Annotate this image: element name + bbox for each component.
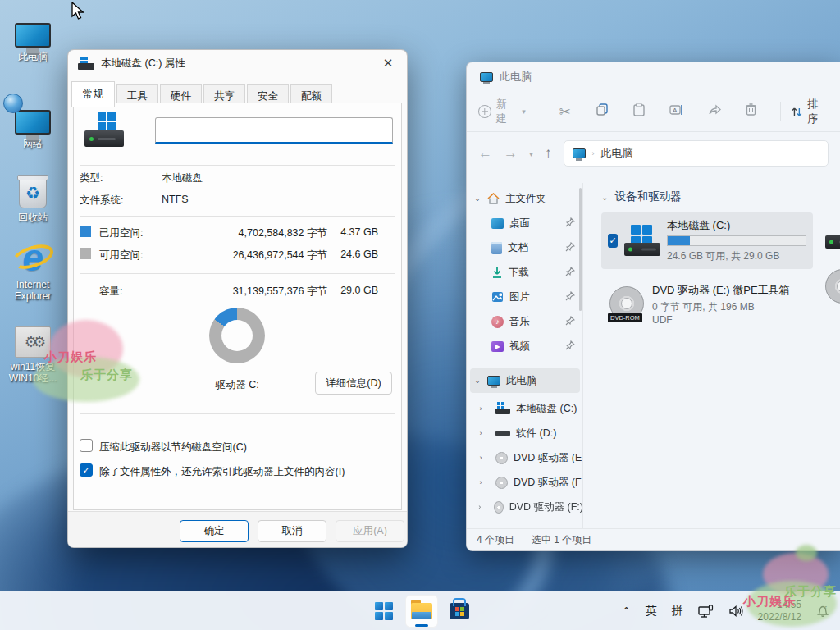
cut-button[interactable]: ✂ (546, 103, 583, 121)
local-disk-icon (624, 225, 660, 258)
dvd-rom-icon: DVD-ROM (608, 286, 646, 322)
explorer-sidebar: ⌄ 主文件夹 桌面 文档 下载 图片 (467, 175, 583, 528)
copy-button[interactable] (583, 103, 620, 121)
speaker-icon (728, 605, 744, 618)
clock[interactable]: 14:55 2022/8/12 (751, 599, 808, 623)
music-icon: ♪ (491, 316, 504, 328)
capacity-gb: 29.0 GB (327, 285, 378, 296)
desktop-folder-icon (491, 218, 504, 229)
desktop-icon-recycle-bin[interactable]: ♻ 回收站 (2, 171, 64, 223)
tab-general[interactable]: 常规 (71, 81, 115, 107)
explorer-content: ⌄ 设备和驱动器 ✓ 本地磁盘 (C:) 24.6 GB 可用, 共 29.0 … (583, 175, 840, 528)
up-button[interactable]: ↑ (545, 145, 552, 162)
type-label: 类型: (80, 171, 103, 185)
pin-icon (565, 291, 575, 301)
scissors-icon: ✂ (559, 104, 570, 120)
taskbar-store-button[interactable] (443, 595, 476, 628)
type-value: 本地磁盘 (162, 171, 203, 185)
section-divider (80, 216, 395, 217)
volume-label-input[interactable] (155, 117, 393, 144)
sidebar-item-dvd-f[interactable]: › DVD 驱动器 (F (467, 470, 583, 495)
paste-button[interactable] (621, 103, 658, 121)
chevron-down-icon: ⌄ (473, 194, 482, 203)
drive-item-dvd-e[interactable]: DVD-ROM DVD 驱动器 (E:) 微PE工具箱 0 字节 可用, 共 1… (601, 277, 813, 331)
share-button[interactable] (696, 103, 733, 121)
address-bar[interactable]: › 此电脑 (564, 140, 829, 167)
sidebar-item-desktop[interactable]: 桌面 (467, 211, 583, 235)
sidebar-item-music[interactable]: ♪ 音乐 (467, 309, 583, 334)
explorer-title-bar[interactable]: 此电脑 (467, 62, 840, 92)
devices-and-drives-header[interactable]: ⌄ 设备和驱动器 (601, 189, 840, 204)
sidebar-item-home[interactable]: ⌄ 主文件夹 (467, 186, 583, 211)
desktop-icon-this-pc[interactable]: 此电脑 (2, 10, 64, 62)
delete-button[interactable] (733, 103, 769, 121)
explorer-body: ⌄ 主文件夹 桌面 文档 下载 图片 (467, 175, 840, 528)
ok-button[interactable]: 确定 (180, 520, 249, 542)
drive-filesystem: UDF (652, 314, 790, 326)
rename-icon: A (669, 103, 684, 116)
back-button[interactable]: ← (478, 145, 492, 162)
sidebar-scrollbar[interactable] (579, 188, 582, 311)
drive-usage-bar (667, 235, 806, 246)
section-divider (80, 273, 395, 274)
pictures-icon (491, 291, 504, 303)
plus-icon (478, 105, 491, 118)
taskbar-file-explorer-button[interactable] (405, 595, 438, 628)
desktop-icon-network[interactable]: 网络 (2, 97, 64, 149)
sidebar-item-pictures[interactable]: 图片 (467, 285, 583, 309)
sort-button-label: 排序 (807, 97, 829, 126)
sidebar-item-documents[interactable]: 文档 (467, 235, 583, 260)
drive-icon-large (84, 112, 134, 152)
forward-button[interactable]: → (504, 145, 518, 162)
file-explorer-window: 此电脑 新建 ▾ ✂ A 排序 ← → ▾ (466, 62, 840, 551)
sidebar-item-dvd-e[interactable]: › DVD 驱动器 (E (467, 445, 583, 470)
documents-folder-icon (491, 242, 502, 254)
dialog-title-bar[interactable]: 本地磁盘 (C:) 属性 (68, 50, 407, 76)
explorer-toolbar: 新建 ▾ ✂ A 排序 (467, 92, 840, 132)
this-pc-icon (15, 23, 51, 48)
sort-button[interactable]: 排序 (791, 97, 829, 126)
desktop-icon-internet-explorer[interactable]: e Internet Explorer (2, 238, 64, 302)
filesystem-label: 文件系统: (80, 194, 123, 208)
sidebar-item-this-pc[interactable]: ⌄ 此电脑 (470, 368, 580, 393)
pin-icon (565, 316, 575, 326)
partial-dvd-icon (824, 269, 840, 305)
dvd-icon (495, 452, 508, 464)
apply-button[interactable]: 应用(A) (336, 520, 404, 542)
volume-tray-button[interactable] (721, 591, 751, 630)
checkbox-checked-icon[interactable]: ✓ (608, 234, 618, 248)
sidebar-item-dvd-partial[interactable]: › DVD 驱动器 (F:) (467, 495, 583, 519)
free-space-bytes: 26,436,972,544 字节 (188, 249, 327, 262)
dvd-icon (494, 501, 504, 514)
index-checkbox[interactable]: ✓ (80, 463, 93, 477)
details-button[interactable]: 详细信息(D) (315, 372, 392, 395)
recent-locations-chevron[interactable]: ▾ (529, 149, 533, 158)
explorer-status-bar: 4 个项目 选中 1 个项目 (467, 528, 840, 550)
new-button[interactable]: 新建 ▾ (478, 97, 526, 126)
close-button[interactable]: ✕ (369, 50, 407, 76)
sidebar-item-videos[interactable]: ▶ 视频 (467, 334, 583, 358)
start-button[interactable] (368, 595, 400, 628)
network-tray-button[interactable] (691, 591, 721, 630)
sidebar-item-downloads[interactable]: 下载 (467, 260, 583, 285)
sidebar-item-local-disk-c[interactable]: › 本地磁盘 (C:) (467, 396, 583, 421)
drive-item-c[interactable]: ✓ 本地磁盘 (C:) 24.6 GB 可用, 共 29.0 GB (601, 212, 813, 269)
compress-checkbox[interactable] (80, 439, 93, 452)
cancel-button[interactable]: 取消 (258, 520, 326, 542)
sidebar-item-disk-d[interactable]: › 软件 (D:) (467, 421, 583, 445)
notification-bell-button[interactable]: z (808, 591, 840, 630)
language-indicator[interactable]: 英 (638, 591, 664, 630)
show-hidden-icons-button[interactable]: ⌃ (615, 591, 638, 630)
pin-icon (565, 267, 575, 276)
trash-icon (745, 103, 757, 116)
drive-name: 本地磁盘 (C:) (667, 218, 806, 233)
desktop-icon-win11-restore[interactable]: ⚙⚙ win11恢复WIN10经... (2, 320, 64, 384)
used-space-legend-swatch (80, 226, 91, 237)
used-space-gb: 4.37 GB (327, 226, 378, 238)
item-count: 4 个项目 (477, 533, 514, 547)
windows-logo-icon (375, 602, 393, 620)
ime-indicator[interactable]: 拼 (664, 591, 691, 630)
capacity-bytes: 31,139,557,376 字节 (188, 285, 327, 299)
rename-button[interactable]: A (658, 103, 695, 121)
explorer-navigation-bar: ← → ▾ ↑ › 此电脑 (467, 132, 840, 175)
